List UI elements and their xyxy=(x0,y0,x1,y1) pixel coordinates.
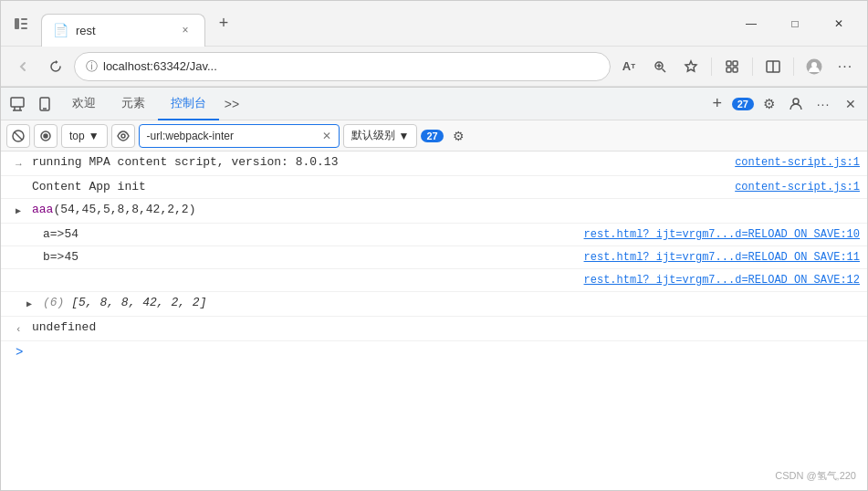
svg-rect-2 xyxy=(21,23,27,25)
svg-rect-0 xyxy=(15,18,19,29)
more-button[interactable]: ··· xyxy=(831,52,860,81)
sidebar-toggle[interactable] xyxy=(8,11,34,37)
eye-filter-button[interactable] xyxy=(111,124,135,148)
zoom-button[interactable] xyxy=(645,52,675,81)
console-toolbar: top ▼ -url:webpack-inter ✕ 默认级别 ▼ 27 ⚙ xyxy=(1,120,867,151)
svg-line-24 xyxy=(15,132,22,140)
console-badge: 27 xyxy=(421,130,443,142)
svg-rect-10 xyxy=(727,68,731,72)
inspect-element-button[interactable] xyxy=(5,91,30,117)
back-button[interactable] xyxy=(8,52,37,81)
console-line: Content App init content-script.js:1 xyxy=(1,176,867,199)
filter-toggle-button[interactable] xyxy=(34,124,58,148)
console-prompt[interactable]: > xyxy=(1,341,867,363)
divider2 xyxy=(752,57,753,76)
func-name: aaa xyxy=(32,203,53,216)
svg-rect-8 xyxy=(727,61,731,66)
nav-actions: AT ··· xyxy=(614,52,860,81)
svg-line-5 xyxy=(663,68,666,72)
line-content: a=>54 xyxy=(43,226,577,243)
level-arrow: ▼ xyxy=(399,130,410,142)
reload-button[interactable] xyxy=(41,52,70,81)
devtools-toolbar: 欢迎 元素 控制台 >> + 27 ⚙ ··· ✕ xyxy=(1,88,867,120)
svg-rect-11 xyxy=(733,68,737,72)
tab-title: rest xyxy=(76,24,170,37)
svg-point-22 xyxy=(793,99,799,104)
window-controls-left xyxy=(8,11,34,37)
tab-console[interactable]: 控制台 xyxy=(158,88,219,120)
read-aloud-button[interactable]: AT xyxy=(614,52,643,81)
filter-input[interactable]: -url:webpack-inter ✕ xyxy=(139,124,340,148)
console-line: ‹ undefined xyxy=(1,317,867,341)
svg-point-27 xyxy=(121,134,125,138)
filter-clear-button[interactable]: ✕ xyxy=(322,130,331,142)
line-content: b=>45 xyxy=(43,249,577,266)
tab-elements[interactable]: 元素 xyxy=(109,88,158,120)
console-line: ▶ (6) [5, 8, 8, 42, 2, 2] xyxy=(1,292,867,317)
devtools-close-button[interactable]: ✕ xyxy=(838,91,863,117)
tab-welcome[interactable]: 欢迎 xyxy=(59,88,109,120)
devtools-profile-button[interactable] xyxy=(783,91,809,117)
minimize-button[interactable]: — xyxy=(730,9,772,38)
devtools-panel: 欢迎 元素 控制台 >> + 27 ⚙ ··· ✕ top xyxy=(1,87,867,490)
console-output: → running MPA content script, version: 8… xyxy=(1,151,867,490)
window-controls: — □ ✕ xyxy=(730,9,860,38)
divider3 xyxy=(793,57,794,76)
console-line: → running MPA content script, version: 8… xyxy=(1,151,867,176)
devtools-tabs: 欢迎 元素 控制台 >> xyxy=(59,88,380,120)
expand-icon[interactable]: ▶ xyxy=(16,202,28,220)
line-icon xyxy=(26,226,39,228)
line-link[interactable]: content-script.js:1 xyxy=(727,154,860,171)
address-bar[interactable]: ⓘ localhost:63342/Jav... xyxy=(74,52,611,81)
context-selector[interactable]: top ▼ xyxy=(61,124,108,148)
array-label: (6) xyxy=(43,296,71,309)
line-content: undefined xyxy=(32,319,860,336)
nav-bar: ⓘ localhost:63342/Jav... AT ··· xyxy=(1,47,867,87)
extensions-button[interactable] xyxy=(717,52,747,81)
tab-close-button[interactable]: × xyxy=(177,22,193,38)
info-icon[interactable]: ⓘ xyxy=(86,58,98,75)
line-content[interactable]: aaa(54,45,5,8,8,42,2,2) xyxy=(32,202,852,218)
clear-console-button[interactable] xyxy=(6,124,30,148)
device-toolbar-button[interactable] xyxy=(32,91,58,117)
console-settings-button[interactable]: ⚙ xyxy=(447,124,471,148)
line-link[interactable]: rest.html?_ijt=vrgm7...d=RELOAD_ON_SAVE:… xyxy=(577,249,860,266)
filter-text: -url:webpack-inter xyxy=(147,130,319,142)
line-icon xyxy=(26,272,39,274)
expand-icon[interactable]: ▶ xyxy=(26,295,39,313)
context-arrow: ▼ xyxy=(89,130,99,142)
add-panel-button[interactable]: + xyxy=(705,91,730,117)
arrow-icon: → xyxy=(16,154,28,172)
browser-tab[interactable]: 📄 rest × xyxy=(41,14,205,47)
title-bar: 📄 rest × + — □ ✕ xyxy=(1,1,867,47)
console-line: rest.html?_ijt=vrgm7...d=RELOAD_ON_SAVE:… xyxy=(1,269,867,292)
line-link[interactable]: rest.html?_ijt=vrgm7...d=RELOAD_ON_SAVE:… xyxy=(577,272,860,288)
level-label: 默认级别 xyxy=(351,128,395,143)
split-view-button[interactable] xyxy=(758,52,788,81)
tab-icon: 📄 xyxy=(53,23,68,37)
line-content: running MPA content script, version: 8.0… xyxy=(32,154,727,171)
devtools-settings-button[interactable]: ⚙ xyxy=(756,91,781,117)
favorites-button[interactable] xyxy=(676,52,706,81)
context-label: top xyxy=(69,130,85,142)
console-line: a=>54 rest.html?_ijt=vrgm7...d=RELOAD_ON… xyxy=(1,224,867,246)
console-badge-toolbar[interactable]: 27 xyxy=(732,98,754,110)
profile-button[interactable] xyxy=(800,52,829,81)
line-content[interactable]: (6) [5, 8, 8, 42, 2, 2] xyxy=(43,295,860,311)
svg-point-26 xyxy=(44,134,47,138)
line-link[interactable]: content-script.js:1 xyxy=(727,179,860,195)
line-link[interactable]: rest.html?_ijt=vrgm7...d=RELOAD_ON_SAVE:… xyxy=(577,226,860,243)
devtools-more-button[interactable]: ··· xyxy=(810,91,836,117)
tab-bar: 📄 rest × + xyxy=(41,7,723,40)
close-button[interactable]: ✕ xyxy=(818,9,860,38)
line-icon xyxy=(16,179,28,181)
devtools-content: → running MPA content script, version: 8… xyxy=(1,151,867,490)
log-level-selector[interactable]: 默认级别 ▼ xyxy=(343,124,418,148)
svg-rect-3 xyxy=(21,27,27,29)
more-tabs-button[interactable]: >> xyxy=(219,91,245,117)
divider xyxy=(711,57,712,76)
address-text: localhost:63342/Jav... xyxy=(103,59,599,73)
maximize-button[interactable]: □ xyxy=(774,9,816,38)
browser-window: 📄 rest × + — □ ✕ ⓘ localhost:63342/Jav..… xyxy=(0,0,868,491)
new-tab-button[interactable]: + xyxy=(209,9,238,38)
